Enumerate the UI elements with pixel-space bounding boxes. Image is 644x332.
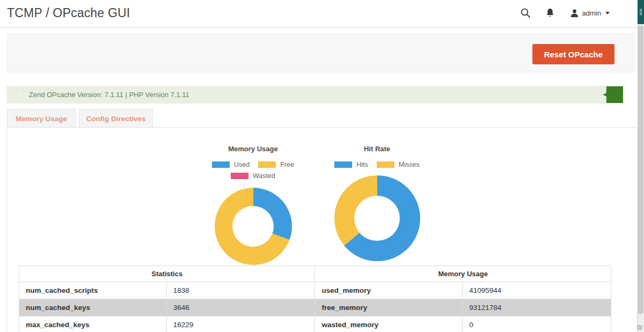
table-row: num_cached_scripts 1838 used_memory 4109… bbox=[19, 282, 611, 299]
user-avatar-icon bbox=[570, 9, 579, 18]
legend-item-used[interactable]: Used bbox=[212, 161, 250, 168]
legend-swatch bbox=[258, 161, 276, 168]
user-menu[interactable]: admin bbox=[570, 9, 610, 18]
statistics-table: Statistics Memory Usage num_cached_scrip… bbox=[19, 265, 611, 332]
chart-legend: Wasted bbox=[231, 172, 275, 180]
action-toolbar: Reset OPcache bbox=[6, 33, 634, 72]
tab-memory-usage[interactable]: Memory Usage bbox=[7, 109, 76, 128]
chart-legend: Used Free bbox=[212, 161, 294, 168]
hit-rate-donut[interactable] bbox=[334, 175, 420, 261]
legend-swatch bbox=[334, 161, 352, 168]
vertical-ribbon-tab[interactable]: ase bbox=[638, 0, 644, 24]
reset-opcache-button[interactable]: Reset OPcache bbox=[532, 44, 614, 64]
group-header-statistics: Statistics bbox=[19, 266, 315, 282]
memory-usage-chart: Memory Usage Used Free Wasted bbox=[201, 145, 305, 265]
header-actions: admin bbox=[513, 5, 610, 20]
page-title: TCMP / OPcache GUI bbox=[7, 6, 130, 20]
chart-title: Memory Usage bbox=[228, 145, 277, 153]
legend-item-free[interactable]: Free bbox=[258, 161, 294, 168]
table-row: max_cached_keys 16229 wasted_memory 0 bbox=[19, 316, 611, 332]
chart-legend: Hits Misses bbox=[334, 161, 419, 168]
legend-item-misses[interactable]: Misses bbox=[377, 161, 420, 168]
chevron-down-icon bbox=[605, 12, 610, 14]
version-alert: ✓ Zend OPcache Version: 7.1.11 | PHP Ver… bbox=[6, 86, 623, 104]
vertical-scrollbar bbox=[638, 0, 644, 332]
user-name: admin bbox=[582, 9, 601, 17]
legend-swatch bbox=[212, 161, 230, 168]
legend-item-hits[interactable]: Hits bbox=[334, 161, 368, 168]
scrollbar-thumb[interactable] bbox=[638, 26, 643, 314]
gear-icon[interactable]: ⚙ bbox=[636, 323, 644, 332]
group-header-memory-usage: Memory Usage bbox=[315, 266, 611, 282]
table-group-header: Statistics Memory Usage bbox=[19, 266, 611, 282]
legend-swatch bbox=[377, 161, 394, 168]
check-icon: ✓ bbox=[16, 91, 23, 99]
table-row: num_cached_keys 3646 free_memory 9312178… bbox=[19, 299, 611, 316]
tab-config-directives[interactable]: Config Directives bbox=[79, 109, 153, 128]
notifications-bell-icon[interactable] bbox=[538, 8, 562, 18]
hit-rate-chart: Hit Rate Hits Misses bbox=[322, 145, 432, 261]
opcache-gui-page: TCMP / OPcache GUI admin Reset OPcache ✓… bbox=[0, 0, 644, 332]
header-bar: TCMP / OPcache GUI admin bbox=[0, 0, 638, 28]
chart-title: Hit Rate bbox=[364, 145, 390, 153]
search-icon[interactable] bbox=[513, 8, 538, 18]
legend-item-wasted[interactable]: Wasted bbox=[231, 172, 275, 180]
version-alert-text: Zend OPcache Version: 7.1.11 | PHP Versi… bbox=[29, 91, 189, 99]
legend-swatch bbox=[231, 173, 248, 179]
memory-usage-donut[interactable] bbox=[215, 188, 292, 265]
